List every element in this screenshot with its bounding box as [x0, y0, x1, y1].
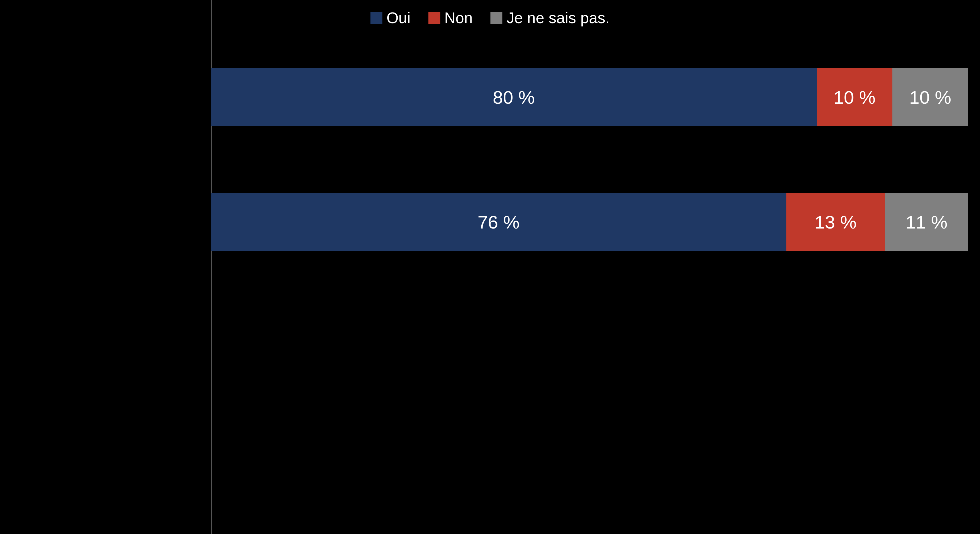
- sais-pas-label: Je ne sais pas.: [507, 9, 610, 27]
- bar2-sais-segment: 11 %: [885, 193, 969, 251]
- bar1-non-segment: 10 %: [817, 69, 892, 126]
- chart-container: Oui Non Je ne sais pas. 80 % 10 % 10 %: [0, 0, 980, 534]
- sais-pas-swatch: [491, 12, 503, 24]
- legend-item-sais-pas: Je ne sais pas.: [491, 9, 610, 27]
- legend-item-non: Non: [428, 9, 473, 27]
- non-swatch: [428, 12, 440, 24]
- legend-item-oui: Oui: [370, 9, 410, 27]
- bar2-sais-label: 11 %: [905, 212, 947, 233]
- bar1-oui-label: 80 %: [493, 87, 535, 108]
- bar2-oui-label: 76 %: [477, 212, 519, 233]
- bar-row-1: 80 % 10 % 10 %: [211, 69, 968, 126]
- bar2-non-segment: 13 %: [786, 193, 885, 251]
- bar1-sais-label: 10 %: [909, 87, 951, 108]
- bar1-non-label: 10 %: [834, 87, 875, 108]
- bar-row-2: 76 % 13 % 11 %: [211, 193, 968, 251]
- oui-label: Oui: [387, 9, 410, 27]
- bars-area: 80 % 10 % 10 % 76 % 13 % 11 %: [211, 41, 980, 534]
- bar2-oui-segment: 76 %: [211, 193, 786, 251]
- non-label: Non: [444, 9, 473, 27]
- chart-legend: Oui Non Je ne sais pas.: [370, 9, 609, 27]
- bar2-non-label: 13 %: [815, 212, 856, 233]
- bar1-oui-segment: 80 %: [211, 69, 817, 126]
- bar1-sais-segment: 10 %: [892, 69, 968, 126]
- oui-swatch: [370, 12, 382, 24]
